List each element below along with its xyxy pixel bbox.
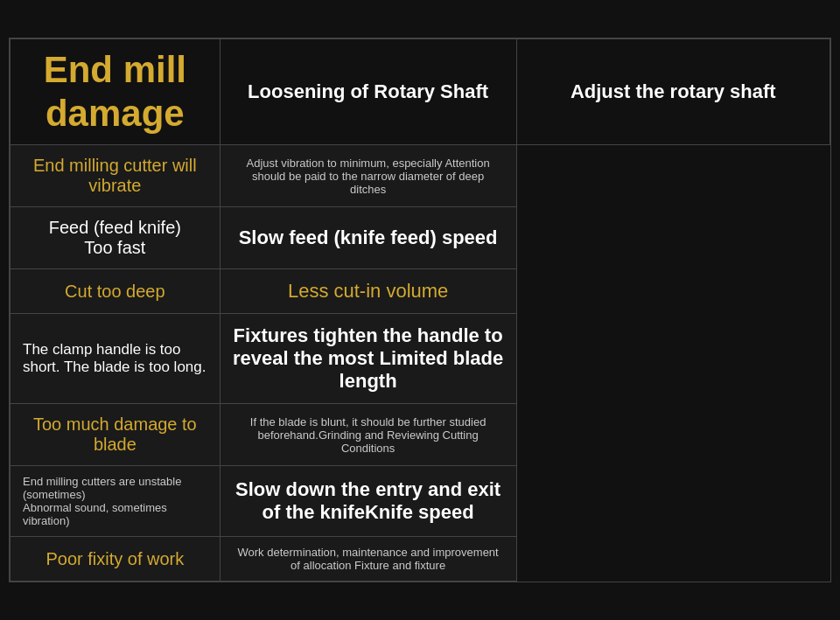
cause-cell-1: Feed (feed knife)Too fast	[10, 207, 220, 269]
cause-cell-0: End milling cutter will vibrate	[10, 145, 220, 207]
header-solution: Adjust the rotary shaft	[516, 38, 830, 145]
solution-cell-4: If the blade is blunt, it should be furt…	[220, 404, 516, 466]
cause-cell-6: Poor fixity of work	[10, 537, 220, 582]
header-cause: Loosening of Rotary Shaft	[220, 38, 516, 145]
cause-cell-2: Cut too deep	[10, 269, 220, 314]
main-title: End mill damage	[44, 49, 186, 134]
cause-cell-3: The clamp handle is too short. The blade…	[10, 314, 220, 404]
cause-cell-5: End milling cutters are unstable (someti…	[10, 466, 220, 537]
cause-cell-4: Too much damage to blade	[10, 404, 220, 466]
main-title-cell: End mill damage	[10, 38, 220, 145]
solution-cell-3: Fixtures tighten the handle to reveal th…	[220, 314, 516, 404]
solution-cell-5: Slow down the entry and exit of the knif…	[220, 466, 516, 537]
solution-cell-6: Work determination, maintenance and impr…	[220, 537, 516, 582]
solution-cell-2: Less cut-in volume	[220, 269, 516, 314]
solution-cell-1: Slow feed (knife feed) speed	[220, 207, 516, 269]
solution-cell-0: Adjust vibration to minimum, especially …	[220, 145, 516, 207]
main-container: End mill damage Loosening of Rotary Shaf…	[9, 38, 831, 583]
